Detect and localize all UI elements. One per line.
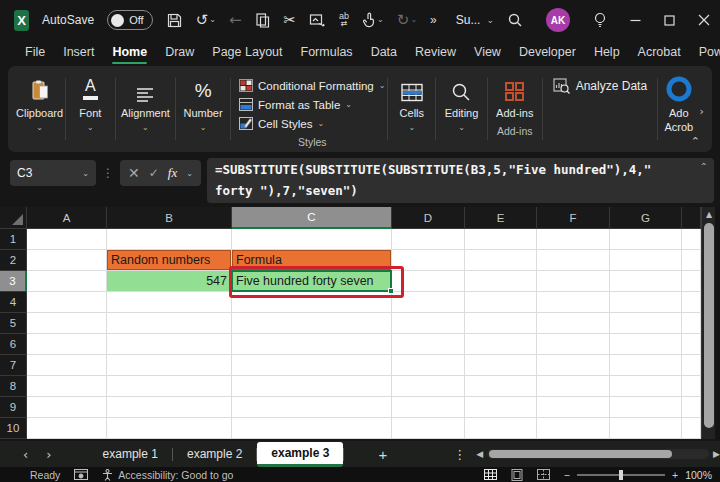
account-avatar[interactable]: AK: [546, 8, 570, 32]
cell-E2[interactable]: [465, 250, 537, 271]
cell-G7[interactable]: [610, 355, 682, 376]
cell-B9[interactable]: [107, 397, 232, 418]
cell-G4[interactable]: [610, 292, 682, 313]
paste-picture-icon[interactable]: [309, 9, 326, 31]
cell-B2[interactable]: Random numbers: [107, 250, 232, 271]
scroll-left-icon[interactable]: ◀: [476, 449, 483, 459]
cell-E5[interactable]: [465, 313, 537, 334]
row-header-8[interactable]: 8: [0, 376, 27, 397]
formula-input[interactable]: =SUBSTITUTE(SUBSTITUTE(SUBSTITUTE(B3,5,"…: [207, 158, 714, 203]
cell-A9[interactable]: [27, 397, 107, 418]
cell-F6[interactable]: [537, 334, 610, 355]
cell-C9[interactable]: [232, 397, 392, 418]
cell-E4[interactable]: [465, 292, 537, 313]
column-header-B[interactable]: B: [107, 207, 232, 229]
cell-A10[interactable]: [27, 418, 107, 439]
cell-C1[interactable]: [232, 229, 392, 250]
column-header-C[interactable]: C: [232, 207, 392, 229]
touch-mouse-mode-button[interactable]: ⌄: [362, 9, 384, 31]
new-sheet-button[interactable]: +: [378, 446, 387, 463]
tab-insert[interactable]: Insert: [54, 41, 103, 65]
normal-view-button[interactable]: [484, 469, 497, 480]
save-icon[interactable]: [166, 9, 183, 31]
select-all-corner[interactable]: [0, 207, 27, 229]
collapse-formula-bar-button[interactable]: ⌃: [700, 161, 708, 172]
row-header-1[interactable]: 1: [0, 229, 27, 250]
cell-C5[interactable]: [232, 313, 392, 334]
conditional-formatting-button[interactable]: Conditional Formatting ⌄: [239, 76, 385, 95]
row-header-6[interactable]: 6: [0, 334, 27, 355]
tab-developer[interactable]: Developer: [510, 41, 585, 65]
sheet-options-icon[interactable]: ⋮: [453, 447, 466, 462]
cell-E6[interactable]: [465, 334, 537, 355]
page-layout-view-button[interactable]: [511, 469, 523, 481]
tab-view[interactable]: View: [465, 41, 510, 65]
sheet-nav-right-icon[interactable]: ›: [37, 447, 60, 462]
number-group[interactable]: % Number ⌄: [178, 74, 228, 148]
row-header-2[interactable]: 2: [0, 250, 27, 271]
cell-F4[interactable]: [537, 292, 610, 313]
cell-B3[interactable]: 547: [107, 271, 232, 292]
zoom-in-button[interactable]: +: [672, 469, 678, 481]
cell-G9[interactable]: [610, 397, 682, 418]
sheet-tab-example-1[interactable]: example 1: [89, 442, 172, 466]
font-group[interactable]: A Font ⌄: [68, 74, 113, 148]
column-header-E[interactable]: E: [465, 207, 537, 229]
cell-C4[interactable]: [232, 292, 392, 313]
cell-D10[interactable]: [392, 418, 465, 439]
cell-E7[interactable]: [465, 355, 537, 376]
cell-B5[interactable]: [107, 313, 232, 334]
cell-B1[interactable]: [107, 229, 232, 250]
vertical-scrollbar[interactable]: ▲: [701, 207, 715, 439]
cell-E10[interactable]: [465, 418, 537, 439]
tab-help[interactable]: Help: [585, 41, 629, 65]
sheet-tab-example-3[interactable]: example 3: [257, 442, 343, 467]
horizontal-scrollbar-track[interactable]: [487, 449, 709, 459]
tab-review[interactable]: Review: [406, 41, 465, 65]
cancel-icon[interactable]: ✕: [128, 165, 140, 181]
cell-F9[interactable]: [537, 397, 610, 418]
tab-home[interactable]: Home: [103, 41, 156, 65]
cell-F3[interactable]: [537, 271, 610, 292]
cell-A2[interactable]: [27, 250, 107, 271]
cell-B8[interactable]: [107, 376, 232, 397]
minimize-button[interactable]: [630, 9, 641, 31]
clipboard-group[interactable]: Clipboard ⌄: [16, 74, 63, 148]
page-break-preview-button[interactable]: [537, 469, 550, 480]
cell-F8[interactable]: [537, 376, 610, 397]
cut-icon[interactable]: ✂: [284, 9, 297, 31]
undo-button[interactable]: ↺⌄: [196, 9, 216, 31]
cell-G8[interactable]: [610, 376, 682, 397]
row-header-7[interactable]: 7: [0, 355, 27, 376]
format-as-table-button[interactable]: Format as Table ⌄: [239, 95, 352, 114]
horizontal-scrollbar[interactable]: ◀ ▶: [476, 449, 720, 459]
scroll-up-icon[interactable]: ▲: [702, 207, 716, 221]
row-header-3[interactable]: 3: [0, 271, 27, 292]
tab-file[interactable]: File: [16, 41, 54, 65]
cell-B6[interactable]: [107, 334, 232, 355]
row-header-5[interactable]: 5: [0, 313, 27, 334]
cell-D1[interactable]: [392, 229, 465, 250]
cell-C3[interactable]: Five hundred forty seven: [232, 271, 392, 292]
sheet-nav-left-icon[interactable]: ‹: [14, 447, 37, 462]
analyze-data-button[interactable]: Analyze Data: [553, 78, 647, 94]
column-header-A[interactable]: A: [27, 207, 107, 229]
cell-G10[interactable]: [610, 418, 682, 439]
collapse-ribbon-button[interactable]: ⌃: [691, 135, 700, 148]
cell-B4[interactable]: [107, 292, 232, 313]
name-box[interactable]: C3 ⌄: [10, 160, 96, 186]
zoom-out-button[interactable]: −: [564, 469, 570, 481]
tab-power-pivot[interactable]: Power Pivot: [690, 41, 720, 65]
cell-F5[interactable]: [537, 313, 610, 334]
cell-C10[interactable]: [232, 418, 392, 439]
horizontal-scrollbar-thumb[interactable]: [489, 450, 672, 458]
tab-page-layout[interactable]: Page Layout: [203, 41, 291, 65]
cell-A8[interactable]: [27, 376, 107, 397]
add-ins-group[interactable]: Add-ins Add-ins: [490, 74, 540, 148]
cell-F7[interactable]: [537, 355, 610, 376]
cell-D2[interactable]: [392, 250, 465, 271]
column-header-D[interactable]: D: [392, 207, 465, 229]
row-header-9[interactable]: 9: [0, 397, 27, 418]
cell-E1[interactable]: [465, 229, 537, 250]
fill-handle[interactable]: [388, 288, 394, 294]
